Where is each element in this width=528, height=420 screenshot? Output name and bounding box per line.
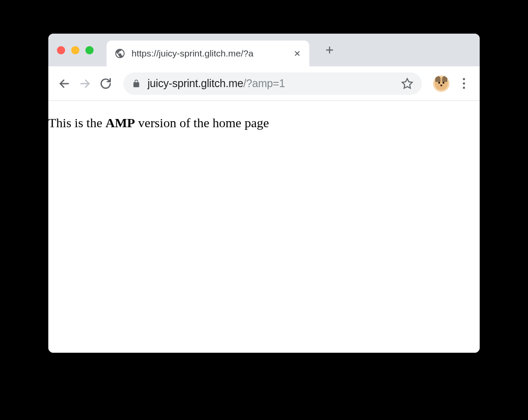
- svg-marker-6: [402, 78, 412, 88]
- text-bold: AMP: [106, 116, 135, 130]
- browser-tab[interactable]: https://juicy-sprint.glitch.me/?a: [107, 41, 309, 66]
- tab-title: https://juicy-sprint.glitch.me/?a: [132, 48, 287, 59]
- browser-window: https://juicy-sprint.glitch.me/?a: [48, 34, 480, 353]
- back-button[interactable]: [58, 77, 71, 90]
- address-bar[interactable]: juicy-sprint.glitch.me/?amp=1: [123, 72, 422, 95]
- text-suffix: version of the home page: [135, 116, 269, 130]
- close-window-button[interactable]: [57, 46, 65, 54]
- reload-button[interactable]: [99, 77, 112, 90]
- more-vert-icon: [463, 78, 465, 89]
- forward-button[interactable]: [79, 77, 91, 90]
- bookmark-button[interactable]: [401, 78, 413, 90]
- tab-bar: https://juicy-sprint.glitch.me/?a: [48, 34, 480, 66]
- globe-icon: [114, 48, 126, 59]
- page-text: This is the AMP version of the home page: [48, 114, 480, 132]
- url-text: juicy-sprint.glitch.me/?amp=1: [148, 77, 394, 90]
- close-tab-button[interactable]: [293, 49, 302, 58]
- menu-button[interactable]: [457, 77, 470, 90]
- url-query: /?amp=1: [243, 77, 285, 89]
- lock-icon: [132, 79, 141, 88]
- url-domain: juicy-sprint.glitch.me: [148, 77, 243, 89]
- window-controls: [57, 46, 94, 54]
- maximize-window-button[interactable]: [85, 46, 94, 54]
- page-content: This is the AMP version of the home page: [48, 101, 480, 353]
- text-prefix: This is the: [48, 116, 106, 130]
- browser-toolbar: juicy-sprint.glitch.me/?amp=1: [48, 66, 480, 101]
- new-tab-button[interactable]: [324, 45, 335, 55]
- profile-avatar[interactable]: [433, 75, 449, 92]
- minimize-window-button[interactable]: [71, 46, 79, 54]
